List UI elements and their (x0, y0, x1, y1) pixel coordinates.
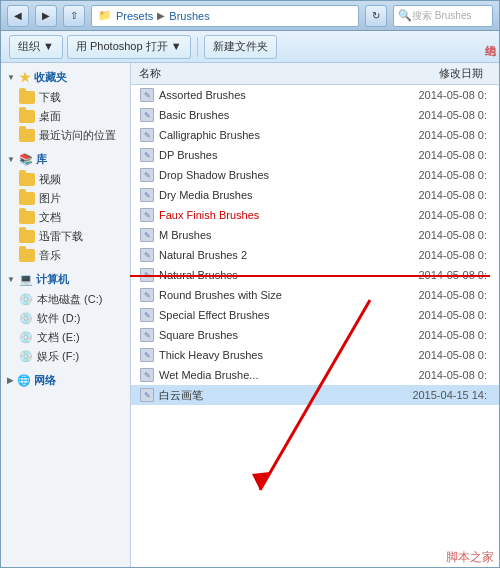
file-date: 2014-05-08 0: (391, 309, 491, 321)
brush-file-icon: ✎ (139, 267, 155, 283)
table-row[interactable]: ✎Round Brushes with Size2014-05-08 0: (131, 285, 499, 305)
table-row[interactable]: ✎Natural Brushes 22014-05-08 0: (131, 245, 499, 265)
network-header[interactable]: ▶ 🌐 网络 (1, 370, 130, 391)
brush-file-icon: ✎ (139, 347, 155, 363)
open-with-button[interactable]: 用 Photoshop 打开 ▼ (67, 35, 191, 59)
col-date-header[interactable]: 修改日期 (391, 66, 491, 81)
library-label: 库 (36, 152, 47, 167)
table-row[interactable]: ✎M Brushes2014-05-08 0: (131, 225, 499, 245)
table-row[interactable]: ✎Assorted Brushes2014-05-08 0: (131, 85, 499, 105)
new-folder-label: 新建文件夹 (213, 39, 268, 54)
col-name-header[interactable]: 名称 (139, 66, 391, 81)
file-name: Natural Brushes (159, 269, 391, 281)
triangle-icon: ▼ (7, 275, 15, 284)
sidebar: ▼ ★ 收藏夹 下载 桌面 最近访问的位置 (1, 63, 131, 567)
toolbar-separator (197, 37, 198, 57)
forward-button[interactable]: ▶ (35, 5, 57, 27)
file-date: 2014-05-08 0: (391, 349, 491, 361)
file-name: Square Brushes (159, 329, 391, 341)
address-presets[interactable]: Presets (116, 10, 153, 22)
table-row[interactable]: ✎Wet Media Brushe...2014-05-08 0: (131, 365, 499, 385)
sidebar-item-local-c[interactable]: 💿 本地磁盘 (C:) (1, 290, 130, 309)
sidebar-item-desktop[interactable]: 桌面 (1, 107, 130, 126)
sidebar-item-thunder[interactable]: 迅雷下载 (1, 227, 130, 246)
open-with-label: 用 Photoshop 打开 ▼ (76, 39, 182, 54)
favorites-label: 收藏夹 (34, 70, 67, 85)
videos-label: 视频 (39, 172, 61, 187)
table-row[interactable]: ✎Natural Brushes2014-05-08 0: (131, 265, 499, 285)
file-list: 名称 修改日期 ✎Assorted Brushes2014-05-08 0:✎B… (131, 63, 499, 567)
folder-icon (19, 211, 35, 224)
table-row[interactable]: ✎Special Effect Brushes2014-05-08 0: (131, 305, 499, 325)
toolbar: 组织 ▼ 用 Photoshop 打开 ▼ 新建文件夹 (1, 31, 499, 63)
table-row[interactable]: ✎Faux Finish Brushes2014-05-08 0: (131, 205, 499, 225)
file-name: Dry Media Brushes (159, 189, 391, 201)
main-content: ▼ ★ 收藏夹 下载 桌面 最近访问的位置 (1, 63, 499, 567)
table-row[interactable]: ✎白云画笔2015-04-15 14: (131, 385, 499, 405)
table-row[interactable]: ✎DP Brushes2014-05-08 0: (131, 145, 499, 165)
brush-file-icon: ✎ (139, 247, 155, 263)
drive-icon: 💿 (19, 312, 33, 325)
file-date: 2014-05-08 0: (391, 369, 491, 381)
file-date: 2015-04-15 14: (391, 389, 491, 401)
computer-section: ▼ 💻 计算机 💿 本地磁盘 (C:) 💿 软件 (D:) 💿 文档 (E:) (1, 269, 130, 366)
star-icon: ★ (19, 70, 31, 85)
file-name: Thick Heavy Brushes (159, 349, 391, 361)
sidebar-item-recent[interactable]: 最近访问的位置 (1, 126, 130, 145)
table-row[interactable]: ✎Thick Heavy Brushes2014-05-08 0: (131, 345, 499, 365)
address-brushes[interactable]: Brushes (169, 10, 209, 22)
file-date: 2014-05-08 0: (391, 289, 491, 301)
brush-file-icon: ✎ (139, 187, 155, 203)
file-name: Faux Finish Brushes (159, 209, 391, 221)
table-row[interactable]: ✎Dry Media Brushes2014-05-08 0: (131, 185, 499, 205)
up-button[interactable]: ⇧ (63, 5, 85, 27)
thunder-label: 迅雷下载 (39, 229, 83, 244)
sidebar-item-soft-d[interactable]: 💿 软件 (D:) (1, 309, 130, 328)
table-row[interactable]: ✎Basic Brushes2014-05-08 0: (131, 105, 499, 125)
search-placeholder: 搜索 Brushes (412, 9, 471, 23)
sidebar-item-videos[interactable]: 视频 (1, 170, 130, 189)
refresh-button[interactable]: ↻ (365, 5, 387, 27)
table-row[interactable]: ✎Square Brushes2014-05-08 0: (131, 325, 499, 345)
file-name: Assorted Brushes (159, 89, 391, 101)
library-header[interactable]: ▼ 📚 库 (1, 149, 130, 170)
sidebar-item-docs-e[interactable]: 💿 文档 (E:) (1, 328, 130, 347)
brush-file-icon: ✎ (139, 307, 155, 323)
network-label: 网络 (34, 373, 56, 388)
brush-file-icon: ✎ (139, 107, 155, 123)
sidebar-item-entertainment-f[interactable]: 💿 娱乐 (F:) (1, 347, 130, 366)
file-list-header: 名称 修改日期 (131, 63, 499, 85)
download-label: 下载 (39, 90, 61, 105)
sidebar-item-music[interactable]: 音乐 (1, 246, 130, 265)
file-name: DP Brushes (159, 149, 391, 161)
local-c-label: 本地磁盘 (C:) (37, 292, 102, 307)
file-name: Drop Shadow Brushes (159, 169, 391, 181)
file-date: 2014-05-08 0: (391, 249, 491, 261)
desktop-label: 桌面 (39, 109, 61, 124)
table-row[interactable]: ✎Drop Shadow Brushes2014-05-08 0: (131, 165, 499, 185)
organize-button[interactable]: 组织 ▼ (9, 35, 63, 59)
file-date: 2014-05-08 0: (391, 189, 491, 201)
table-row[interactable]: ✎Calligraphic Brushes2014-05-08 0: (131, 125, 499, 145)
back-button[interactable]: ◀ (7, 5, 29, 27)
sidebar-item-docs[interactable]: 文档 (1, 208, 130, 227)
file-date: 2014-05-08 0: (391, 129, 491, 141)
file-name: Natural Brushes 2 (159, 249, 391, 261)
triangle-icon: ▶ (7, 376, 13, 385)
file-name: Calligraphic Brushes (159, 129, 391, 141)
favorites-header[interactable]: ▼ ★ 收藏夹 (1, 67, 130, 88)
computer-label: 计算机 (36, 272, 69, 287)
library-section: ▼ 📚 库 视频 图片 文档 迅雷下载 (1, 149, 130, 265)
new-folder-button[interactable]: 新建文件夹 (204, 35, 277, 59)
search-bar[interactable]: 🔍 搜索 Brushes (393, 5, 493, 27)
folder-icon (19, 91, 35, 104)
folder-icon (19, 192, 35, 205)
file-rows-container: ✎Assorted Brushes2014-05-08 0:✎Basic Bru… (131, 85, 499, 405)
sidebar-item-download[interactable]: 下载 (1, 88, 130, 107)
sidebar-item-images[interactable]: 图片 (1, 189, 130, 208)
computer-header[interactable]: ▼ 💻 计算机 (1, 269, 130, 290)
window: ◀ ▶ ⇧ 📁 Presets ▶ Brushes ↻ 🔍 搜索 Brushes… (0, 0, 500, 568)
file-date: 2014-05-08 0: (391, 329, 491, 341)
folder-icon (19, 129, 35, 142)
address-bar[interactable]: 📁 Presets ▶ Brushes (91, 5, 359, 27)
